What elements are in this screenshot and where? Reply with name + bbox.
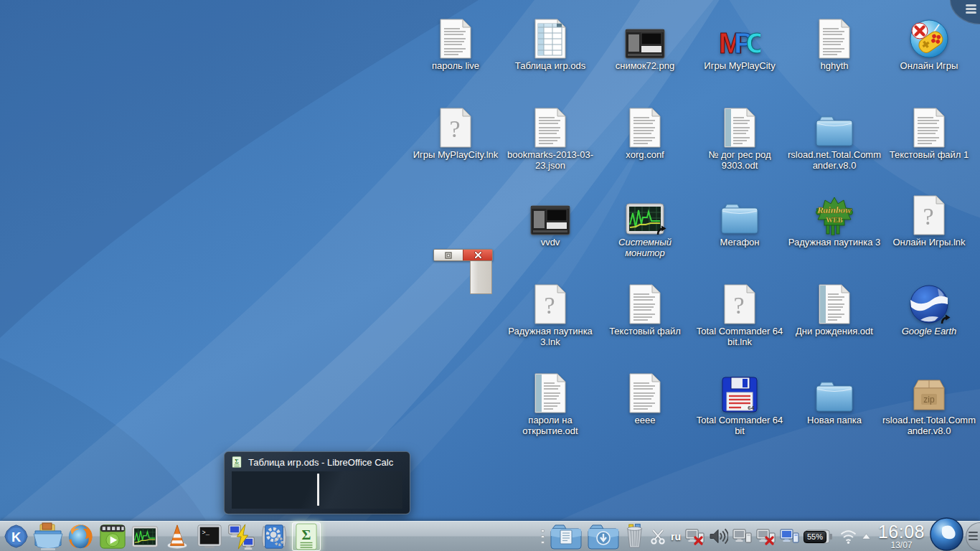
panel-toolbox-cashew[interactable] bbox=[966, 522, 980, 551]
launcher-system-settings[interactable] bbox=[260, 522, 288, 551]
task-tooltip-title: Таблица игр.ods - LibreOffice Calc bbox=[248, 457, 393, 468]
tray-wifi[interactable] bbox=[839, 529, 857, 544]
libreoffice-calc-icon: Σ bbox=[232, 456, 243, 468]
textdoc-icon bbox=[628, 108, 662, 148]
launcher-video-player[interactable] bbox=[98, 522, 127, 551]
desktop-icon[interactable]: Текстовый файл bbox=[598, 281, 692, 337]
panel-separator-handle[interactable] bbox=[541, 529, 545, 544]
desktop-icon[interactable]: ?Онлайн Игры.lnk bbox=[882, 192, 976, 248]
desktop-icon[interactable]: пароли на открытие.odt bbox=[503, 370, 598, 437]
tray-battery[interactable]: 55% bbox=[804, 527, 835, 547]
desktop-icon-label: Мегафон bbox=[692, 237, 787, 248]
netblue-icon bbox=[780, 528, 799, 545]
desktop-icon[interactable]: rsload.net.Total.Commander.v8.0 bbox=[787, 105, 882, 171]
desktop-icon[interactable]: bookmarks-2013-03-23.json bbox=[503, 105, 598, 171]
desktop-icon[interactable]: пароль live bbox=[408, 16, 503, 72]
clock[interactable]: 16:08 13/07 bbox=[878, 523, 925, 550]
desktop-icon-label: Радужная паутинка 3 bbox=[787, 237, 882, 248]
tray-network-status-2[interactable] bbox=[732, 528, 752, 545]
launcher-file-manager[interactable] bbox=[34, 522, 62, 551]
desktop-icon[interactable]: Онлайн Игры bbox=[882, 16, 976, 72]
folder-icon bbox=[719, 202, 760, 235]
desktop-icon[interactable]: Новая папка bbox=[787, 370, 882, 426]
desktop-icon[interactable]: 64Total Commander 64 bit bbox=[692, 370, 787, 437]
spreadsheet-icon bbox=[533, 19, 567, 59]
desktop-icon[interactable]: ziprsload.net.Total.Commander.v8.0 bbox=[882, 370, 976, 437]
desktop-icon[interactable]: MPCИгры MyPlayCity bbox=[692, 16, 787, 72]
desktop-icon[interactable]: vvdv bbox=[503, 192, 598, 248]
desktop-icon[interactable]: № дог рес род 9303.odt bbox=[692, 105, 787, 171]
odt-icon bbox=[533, 373, 567, 413]
textdoc-icon bbox=[628, 373, 662, 413]
textdoc-icon bbox=[912, 108, 946, 148]
svg-text:K: K bbox=[11, 529, 21, 545]
fragment-close-button[interactable] bbox=[463, 250, 492, 260]
tray-network-status-3[interactable] bbox=[756, 528, 776, 545]
fragment-maximize-button[interactable] bbox=[434, 250, 463, 260]
folderdoc-icon bbox=[550, 523, 583, 550]
tray-network-status-4[interactable] bbox=[780, 528, 799, 545]
folderopen-icon bbox=[32, 522, 64, 551]
launcher-terminal[interactable]: >_ bbox=[195, 522, 224, 551]
netx-icon bbox=[756, 528, 776, 545]
desktop-icon-label: Текстовый файл bbox=[598, 326, 692, 337]
launcher-firefox[interactable] bbox=[66, 522, 95, 551]
svg-text:zip: zip bbox=[923, 395, 935, 405]
launcher-kickoff-menu[interactable]: K bbox=[1, 522, 30, 551]
svg-text:Σ: Σ bbox=[302, 526, 311, 542]
launcher-system-monitor[interactable] bbox=[131, 522, 159, 551]
panel-launchers: K>_Σ bbox=[1, 522, 321, 551]
net-icon bbox=[732, 528, 752, 545]
desktop-icon-label: Онлайн Игры.lnk bbox=[882, 237, 976, 248]
gears-icon bbox=[260, 523, 288, 550]
tray-keyboard-layout[interactable]: ru bbox=[671, 531, 681, 542]
desktop-icon-label: Текстовый файл 1 bbox=[882, 150, 976, 161]
desktop-icon[interactable]: Текстовый файл 1 bbox=[882, 105, 976, 161]
desktop-icon-label: xorg.conf bbox=[598, 150, 692, 161]
desktop-icon[interactable]: ?Total Commander 64 bit.lnk bbox=[692, 281, 787, 348]
desktop-icon[interactable]: eeee bbox=[598, 370, 692, 426]
desktop-icon[interactable]: ?Радужная паутинка 3.lnk bbox=[503, 281, 598, 348]
desktop-icon-label: Total Commander 64 bit.lnk bbox=[692, 326, 787, 348]
desktop-icon[interactable]: снимок72.png bbox=[598, 16, 692, 72]
keyboard-layout-label: ru bbox=[671, 531, 681, 542]
tray-trash[interactable] bbox=[624, 524, 645, 549]
textdoc-icon bbox=[817, 19, 852, 59]
tray-volume[interactable] bbox=[709, 528, 728, 545]
desktop-icon[interactable]: Мегафон bbox=[692, 192, 787, 248]
launcher-network-connections[interactable] bbox=[227, 522, 256, 551]
desktop-icon[interactable]: xorg.conf bbox=[598, 105, 692, 161]
close-icon bbox=[474, 251, 482, 259]
desktop-icon-label: hghyth bbox=[787, 61, 882, 72]
desktop-icon[interactable]: ?Игры MyPlayCity.lnk bbox=[408, 105, 503, 161]
desktop-icon[interactable]: RainbowWEBРадужная паутинка 3 bbox=[787, 192, 882, 248]
mediaplayer-icon bbox=[99, 523, 126, 550]
tray-expand-tray[interactable] bbox=[862, 533, 871, 540]
desktop-icon[interactable]: hghyth bbox=[787, 16, 882, 72]
blue-orb-widget[interactable] bbox=[929, 517, 964, 551]
svg-text:WEB: WEB bbox=[826, 216, 843, 224]
folder-icon bbox=[814, 115, 855, 148]
launcher-vlc[interactable] bbox=[163, 522, 192, 551]
folder-icon bbox=[814, 380, 855, 413]
desktop-icon[interactable]: Google Earth bbox=[882, 281, 976, 337]
desktop-icon-label: Онлайн Игры bbox=[882, 61, 976, 72]
desktop[interactable]: пароль liveТаблица игр.odsснимок72.pngMP… bbox=[0, 0, 980, 551]
svg-text:?: ? bbox=[449, 116, 460, 142]
mpc-icon: MPC bbox=[719, 26, 760, 59]
desktop-icon[interactable]: Таблица игр.ods bbox=[503, 16, 598, 72]
task-tooltip-thumbnail[interactable] bbox=[232, 471, 402, 509]
tray-clipboard-manager[interactable] bbox=[649, 528, 666, 545]
tray-folder-downloads[interactable] bbox=[587, 523, 620, 550]
desktop-icon[interactable]: Дни рождения.odt bbox=[787, 281, 882, 337]
svg-text:Σ: Σ bbox=[235, 458, 239, 465]
window-fragment-edge bbox=[470, 261, 492, 294]
launcher-libreoffice-calc[interactable]: Σ bbox=[292, 522, 321, 551]
odt-icon bbox=[817, 284, 852, 324]
kmenu-icon: K bbox=[4, 524, 28, 548]
tray-network-status-1[interactable] bbox=[685, 528, 705, 545]
tray-folder-documents[interactable] bbox=[550, 523, 583, 550]
firefox-icon bbox=[67, 523, 94, 550]
desktop-icon-label: Системный монитор bbox=[598, 237, 692, 259]
desktop-icon[interactable]: Системный монитор bbox=[598, 192, 692, 259]
